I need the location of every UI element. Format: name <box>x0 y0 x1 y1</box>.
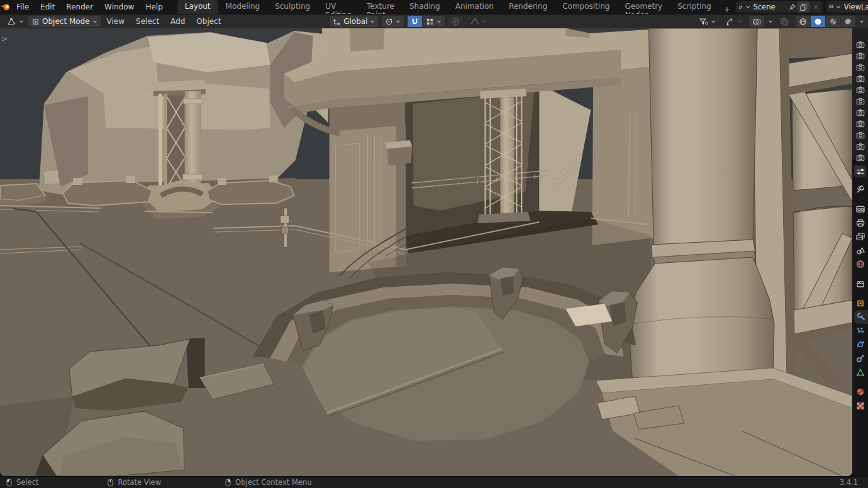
mouse-middle-icon <box>108 479 113 487</box>
outliner-visibility-column <box>852 28 868 160</box>
camera-render-toggle[interactable] <box>856 153 865 162</box>
camera-icon <box>856 119 865 128</box>
proportional-editing-toggle[interactable] <box>448 16 463 27</box>
properties-tab-column <box>852 162 868 476</box>
particles-icon <box>856 327 865 335</box>
sidebar-collapse-marker[interactable]: ( <box>848 32 850 40</box>
properties-tab-particles[interactable] <box>852 324 868 338</box>
toolbar-expand-arrow[interactable]: > <box>1 35 8 43</box>
camera-render-toggle[interactable] <box>856 97 865 105</box>
menu-select[interactable]: Select <box>131 14 164 29</box>
scene-selector[interactable]: Scene ✕ <box>736 1 823 13</box>
tab-shading[interactable]: Shading <box>402 0 448 14</box>
tab-layout[interactable]: Layout <box>177 0 218 14</box>
editor-type-dropdown[interactable] <box>4 16 27 27</box>
tab-animation[interactable]: Animation <box>448 0 501 14</box>
shading-material-button[interactable] <box>826 16 840 27</box>
chevron-down-icon <box>836 4 841 9</box>
tab-modeling[interactable]: Modeling <box>218 0 268 14</box>
3d-viewport[interactable]: > ( <box>0 28 852 476</box>
right-editor-strip <box>852 28 868 476</box>
properties-tab-world[interactable] <box>852 257 868 271</box>
camera-render-toggle[interactable] <box>856 131 865 139</box>
properties-tab-output[interactable] <box>852 216 868 230</box>
tab-uv-editing[interactable]: UV Editing <box>318 0 359 14</box>
properties-tab-tool[interactable] <box>852 182 868 196</box>
camera-render-toggle[interactable] <box>856 108 865 116</box>
view-layer-name[interactable]: ViewLayer <box>843 3 868 11</box>
tab-scripting[interactable]: Scripting <box>670 0 718 14</box>
properties-tab-constraints[interactable] <box>852 352 868 365</box>
tab-geometry-nodes[interactable]: Geometry Nodes <box>617 0 670 14</box>
menu-file[interactable]: File <box>11 0 35 14</box>
view-layer-selector[interactable]: ViewLayer ✕ <box>826 1 868 13</box>
status-hint-label: Rotate View <box>118 478 161 487</box>
xray-toggle[interactable] <box>777 16 792 27</box>
overlays-icon <box>752 18 761 26</box>
tab-texture-paint[interactable]: Texture Paint <box>359 0 402 14</box>
status-bar: Select Rotate View Object Context Menu 3… <box>0 476 868 488</box>
status-hint-label: Object Context Menu <box>235 478 311 487</box>
chevron-down-icon[interactable] <box>768 19 773 24</box>
tab-compositing[interactable]: Compositing <box>555 0 617 14</box>
menu-render[interactable]: Render <box>60 0 99 14</box>
chevron-down-icon <box>370 19 375 24</box>
snap-toggle[interactable] <box>408 16 422 27</box>
status-hint-rotate-view: Rotate View <box>108 478 161 487</box>
mode-dropdown[interactable]: Object Mode <box>28 16 101 27</box>
tab-sculpting[interactable]: Sculpting <box>267 0 318 14</box>
camera-render-toggle[interactable] <box>856 40 865 48</box>
properties-tab-material[interactable] <box>852 385 868 399</box>
menu-help[interactable]: Help <box>140 0 168 14</box>
object-type-visibility-dropdown[interactable] <box>696 16 719 27</box>
shading-wireframe-button[interactable] <box>796 16 810 27</box>
chevron-down-icon[interactable] <box>859 19 864 24</box>
properties-tab-scene[interactable] <box>852 243 868 257</box>
pivot-point-icon <box>385 18 393 26</box>
menu-view[interactable]: View <box>102 14 130 29</box>
properties-tab-texture[interactable] <box>852 399 868 413</box>
properties-tab-render[interactable] <box>852 202 868 216</box>
workspace-tabs: Layout Modeling Sculpting UV Editing Tex… <box>177 0 736 14</box>
menu-window[interactable]: Window <box>99 0 140 14</box>
pin-icon[interactable] <box>789 4 796 11</box>
viewport-scene[interactable] <box>0 28 852 476</box>
blender-logo-icon[interactable] <box>0 3 11 11</box>
chevron-down-icon <box>19 19 24 24</box>
properties-tab-view-layer[interactable] <box>852 230 868 243</box>
transform-orientation-dropdown[interactable]: Global <box>330 16 378 27</box>
properties-tab-modifier[interactable] <box>854 310 868 324</box>
gizmos-dropdown[interactable] <box>723 16 745 27</box>
topbar-right: Scene ✕ ViewLayer <box>736 1 868 13</box>
camera-render-toggle[interactable] <box>856 74 865 82</box>
tab-rendering[interactable]: Rendering <box>501 0 555 14</box>
camera-render-toggle[interactable] <box>856 86 865 94</box>
snap-target-dropdown[interactable] <box>423 16 445 27</box>
new-scene-button[interactable] <box>798 1 810 13</box>
camera-render-toggle[interactable] <box>856 119 865 128</box>
properties-tab-data[interactable] <box>852 365 868 379</box>
camera-render-toggle[interactable] <box>856 52 865 60</box>
chevron-down-icon <box>737 19 742 24</box>
pivot-point-dropdown[interactable] <box>382 16 404 27</box>
proportional-falloff-dropdown[interactable] <box>467 16 490 27</box>
menu-add[interactable]: Add <box>165 14 190 29</box>
scene-name[interactable]: Scene <box>752 3 787 11</box>
camera-render-toggle[interactable] <box>856 63 865 71</box>
properties-tab-physics[interactable] <box>852 338 868 352</box>
menu-object[interactable]: Object <box>191 14 226 29</box>
properties-editor-type-button[interactable] <box>854 165 866 177</box>
menu-edit[interactable]: Edit <box>35 0 60 14</box>
camera-render-toggle[interactable] <box>856 142 865 150</box>
properties-tab-object[interactable] <box>852 296 868 310</box>
properties-tab-collection[interactable] <box>852 277 868 291</box>
shading-rendered-button[interactable] <box>841 16 855 27</box>
overlays-toggle[interactable] <box>749 16 764 27</box>
shading-solid-button[interactable] <box>811 16 825 27</box>
blender-window: File Edit Render Window Help Layout Mode… <box>0 0 868 488</box>
camera-icon <box>856 97 865 105</box>
world-globe-icon <box>856 260 865 269</box>
mouse-right-icon <box>225 479 231 487</box>
add-workspace-button[interactable]: + <box>719 4 736 14</box>
camera-icon <box>856 52 865 60</box>
